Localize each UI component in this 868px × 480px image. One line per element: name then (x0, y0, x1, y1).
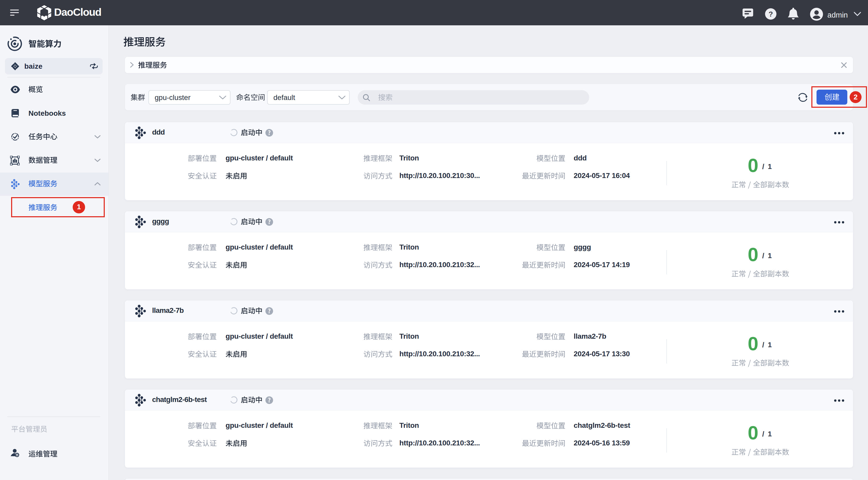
svg-text:?: ? (768, 10, 773, 18)
